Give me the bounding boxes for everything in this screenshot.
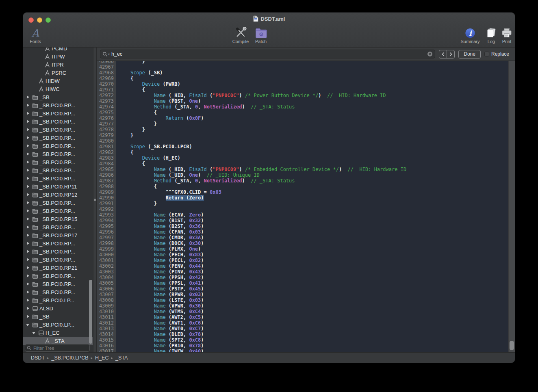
disclosure-collapsed-icon[interactable]	[26, 225, 30, 230]
sidebar-item-sb-pci0-rp[interactable]: _SB.PCI0.RP...	[23, 101, 93, 109]
disclosure-collapsed-icon[interactable]	[26, 273, 30, 278]
disclosure-collapsed-icon[interactable]	[26, 111, 30, 116]
sidebar-item-sb-pci0-rp[interactable]: _SB.PCI0.RP...	[23, 158, 93, 166]
sidebar-item-psrc[interactable]: PSRC	[23, 69, 93, 77]
disclosure-collapsed-icon[interactable]	[26, 208, 30, 213]
disclosure-collapsed-icon[interactable]	[26, 249, 30, 254]
disclosure-collapsed-icon[interactable]	[26, 257, 30, 262]
code-column[interactable]: } Scope (_SB) { Device (PWRB) { Name (_H…	[116, 61, 508, 352]
code-line-42972[interactable]: Name (_HID, EisaId ("PNP0C0C") /* Power …	[119, 93, 508, 98]
disclosure-collapsed-icon[interactable]	[26, 184, 30, 189]
disclosure-collapsed-icon[interactable]	[26, 265, 30, 270]
clear-search-icon[interactable]	[427, 51, 433, 57]
disclosure-collapsed-icon[interactable]	[26, 160, 30, 165]
sidebar-item-sb-pci0-rp[interactable]: _SB.PCI0.RP...	[23, 166, 93, 174]
done-button[interactable]: Done	[458, 50, 481, 58]
code-line-42997[interactable]: Name (CMDR, 0x3A)	[119, 235, 508, 240]
code-line-43008[interactable]: Name (LSTE, 0x03)	[119, 297, 508, 303]
disclosure-expanded-icon[interactable]	[26, 322, 30, 327]
code-line-43013[interactable]: Name (AWT0, 0xC7)	[119, 326, 508, 331]
log-button[interactable]: Log	[484, 26, 499, 44]
code-line-42975[interactable]: {	[119, 110, 508, 115]
sidebar-item-sb-pci0-rp[interactable]: _SB.PCI0.RP...	[23, 126, 93, 134]
sidebar-item-sb-pci0-rp[interactable]: _SB.PCI0.RP...	[23, 199, 93, 207]
sidebar-item-sb-pci0-rp[interactable]: _SB.PCI0.RP...	[23, 150, 93, 158]
editor-scrollbar-thumb[interactable]	[510, 341, 514, 350]
code-line-43009[interactable]: Name (VPWR, 0x30)	[119, 303, 508, 309]
code-line-42973[interactable]: Name (PBST, One)	[119, 98, 508, 104]
code-line-43002[interactable]: Name (PENV, 0x44)	[119, 263, 508, 269]
disclosure-collapsed-icon[interactable]	[26, 152, 30, 156]
disclosure-collapsed-icon[interactable]	[26, 103, 30, 108]
code-line-42968[interactable]: Scope (_SB)	[119, 70, 508, 76]
sidebar-item-sb[interactable]: _SB	[23, 312, 93, 321]
code-line-43017[interactable]: Name (IWCW, 0xA0)	[119, 349, 508, 352]
code-line-43014[interactable]: Name (DLED, 0x78)	[119, 331, 508, 337]
code-line-42983[interactable]: Device (H_EC)	[119, 155, 508, 161]
disclosure-collapsed-icon[interactable]	[26, 192, 30, 197]
code-line-42993[interactable]: Name (ECAV, Zero)	[119, 212, 508, 218]
code-line-43011[interactable]: Name (AWT2, 0xC5)	[119, 314, 508, 320]
find-next-button[interactable]	[447, 50, 454, 58]
code-line-42999[interactable]: Name (PLMX, One)	[119, 246, 508, 252]
sidebar-item-sb-pci0-rp17[interactable]: _SB.PCI0.RP17	[23, 231, 93, 239]
code-line-42994[interactable]: Name (B1ST, 0x32)	[119, 218, 508, 223]
sidebar-item-itpw[interactable]: ITPW	[23, 52, 93, 61]
sidebar-item-sb-pci0-rp[interactable]: _SB.PCI0.RP...	[23, 288, 93, 296]
code-line-43016[interactable]: Name (PB10, 0x78)	[119, 343, 508, 349]
sidebar-item-sta[interactable]: _STA	[23, 337, 93, 345]
disclosure-collapsed-icon[interactable]	[26, 217, 30, 221]
code-line-43003[interactable]: Name (PINV, 0x43)	[119, 269, 508, 275]
code-line-42977[interactable]: }	[119, 121, 508, 127]
code-editor[interactable]: 4296642967429684296942970429714297242973…	[97, 61, 515, 352]
disclosure-collapsed-icon[interactable]	[26, 143, 30, 148]
code-line-42966[interactable]: }	[119, 61, 508, 64]
sidebar-item-sb-pci0-rp[interactable]: _SB.PCI0.RP...	[23, 239, 93, 247]
breadcrumb-item[interactable]: _SB.PCI0.LPCB	[52, 355, 89, 361]
sidebar-item-sb-pci0-rp[interactable]: _SB.PCI0.RP...	[23, 207, 93, 215]
disclosure-collapsed-icon[interactable]	[26, 127, 30, 132]
disclosure-collapsed-icon[interactable]	[26, 119, 30, 124]
code-line-42996[interactable]: Name (CFAN, 0x03)	[119, 229, 508, 235]
code-line-43006[interactable]: Name (PSTP, 0x45)	[119, 286, 508, 292]
editor-scrollbar-track[interactable]	[508, 61, 515, 352]
disclosure-collapsed-icon[interactable]	[26, 135, 30, 140]
disclosure-collapsed-icon[interactable]	[26, 176, 30, 181]
disclosure-collapsed-icon[interactable]	[26, 241, 30, 246]
sidebar-item-sb-pci0-rp[interactable]: _SB.PCI0.RP...	[23, 272, 93, 280]
code-line-42978[interactable]: }	[119, 127, 508, 132]
code-line-42981[interactable]: Scope (_SB.PCI0.LPCB)	[119, 144, 508, 149]
code-line-42987[interactable]: Method (_STA, 0, NotSerialized) // _STA:…	[119, 178, 508, 184]
sidebar-item-sb[interactable]: _SB	[23, 93, 93, 101]
sidebar-item-itpr[interactable]: ITPR	[23, 61, 93, 69]
code-line-42976[interactable]: Return (0x0F)	[119, 115, 508, 121]
code-line-42982[interactable]: {	[119, 149, 508, 155]
disclosure-collapsed-icon[interactable]	[26, 306, 30, 311]
sidebar-item-sb-pci0-rp21[interactable]: _SB.PCI0.RP21	[23, 264, 93, 272]
breadcrumb-item[interactable]: H_EC	[95, 355, 108, 361]
code-line-43004[interactable]: Name (PPSH, 0x42)	[119, 275, 508, 280]
fonts-button[interactable]: A Fonts	[26, 26, 44, 44]
disclosure-collapsed-icon[interactable]	[26, 233, 30, 238]
code-line-43007[interactable]: Name (RPWR, 0x03)	[119, 292, 508, 297]
disclosure-collapsed-icon[interactable]	[26, 168, 30, 173]
print-button[interactable]: Print	[499, 26, 514, 44]
code-line-42980[interactable]	[119, 138, 508, 144]
sidebar-item-sb-pci0-rp[interactable]: _SB.PCI0.RP...	[23, 109, 93, 117]
code-line-43010[interactable]: Name (WTMS, 0xC4)	[119, 309, 508, 314]
code-line-42985[interactable]: Name (_HID, EisaId ("PNP0C09") /* Embedd…	[119, 167, 508, 172]
code-line-42974[interactable]: Method (_STA, 0, NotSerialized) // _STA:…	[119, 104, 508, 110]
patch-button[interactable]: ⚙ Patch	[252, 26, 269, 44]
code-line-42979[interactable]: }	[119, 132, 508, 138]
code-line-42971[interactable]: {	[119, 87, 508, 93]
disclosure-expanded-icon[interactable]	[32, 330, 37, 335]
sidebar-item-sb-pci0-rp[interactable]: _SB.PCI0.RP...	[23, 142, 93, 150]
code-line-42998[interactable]: Name (DOCK, 0x30)	[119, 240, 508, 246]
sidebar-item-h-ec[interactable]: H_EC	[23, 329, 93, 337]
sidebar-item-hiwc[interactable]: HIWC	[23, 85, 93, 93]
find-input[interactable]	[111, 51, 426, 57]
replace-checkbox[interactable]	[484, 52, 489, 56]
sidebar-item-sb-pci0-rp[interactable]: _SB.PCI0.RP...	[23, 117, 93, 126]
disclosure-collapsed-icon[interactable]	[26, 282, 30, 286]
sidebar-item-sb-pci0-rp[interactable]: _SB.PCI0.RP...	[23, 174, 93, 182]
